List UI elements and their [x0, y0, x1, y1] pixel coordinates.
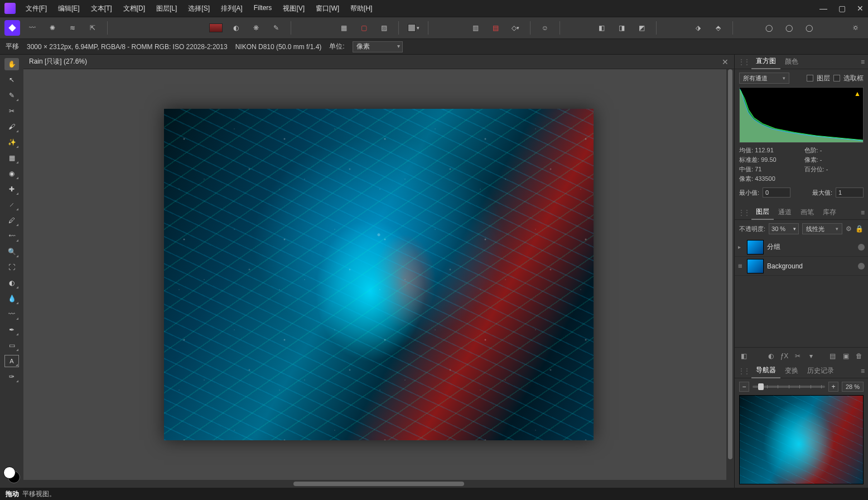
blur-tool[interactable]: 💧	[4, 292, 19, 305]
arrange-btn-3[interactable]: ◇▾	[508, 20, 523, 36]
assistant-button[interactable]: ☺	[537, 20, 553, 36]
marquee-tool[interactable]: ▦	[4, 152, 19, 164]
layer-row[interactable]: ▩ Background	[735, 257, 868, 276]
grip-icon[interactable]: ⋮⋮	[738, 367, 749, 375]
expand-icon[interactable]: ▸	[738, 244, 744, 250]
auto-colors-button[interactable]: ❋	[248, 20, 264, 36]
insert-target-3[interactable]: ◩	[634, 20, 649, 36]
pen-tool[interactable]: ✑	[4, 371, 19, 383]
color-replace-tool[interactable]: ⬳	[4, 230, 19, 242]
min-input[interactable]: 0	[763, 188, 790, 198]
menu-filters[interactable]: Filters	[254, 4, 272, 13]
crop-mask-button[interactable]: ✂	[792, 350, 803, 362]
text-tool[interactable]: A	[4, 355, 19, 367]
selection-none-button[interactable]: ▢	[356, 20, 372, 36]
canvas-area[interactable]	[23, 69, 734, 480]
tab-transform[interactable]: 变换	[780, 364, 803, 378]
clone-tool[interactable]: ⛶	[4, 261, 19, 273]
unit-select[interactable]: 像素	[353, 41, 403, 52]
tab-stock[interactable]: 库存	[818, 205, 841, 220]
hand-tool[interactable]: ✋	[4, 58, 19, 70]
order-back-button[interactable]: ⬗	[690, 20, 706, 36]
healing-brush-tool[interactable]: ✚	[4, 183, 19, 195]
panel-menu-icon[interactable]: ≡	[861, 367, 865, 375]
smudge-tool[interactable]: 〰	[4, 308, 19, 320]
layer-name[interactable]: 分组	[767, 242, 855, 252]
add-layer-button[interactable]: ▤	[827, 350, 838, 362]
order-fwd-button[interactable]: ⬘	[710, 20, 726, 36]
menu-layer[interactable]: 图层[L]	[156, 4, 177, 13]
tab-brushes[interactable]: 画笔	[796, 205, 818, 220]
opacity-input[interactable]: 30 %	[769, 223, 799, 234]
menu-text[interactable]: 文本[T]	[91, 4, 112, 13]
close-document-icon[interactable]: ✕	[722, 57, 729, 66]
mask-button[interactable]: ◧	[738, 350, 749, 362]
navigator-preview[interactable]	[739, 395, 864, 484]
paint-brush-tool[interactable]: 🖊	[4, 214, 19, 227]
tab-channels[interactable]: 通道	[774, 205, 796, 220]
maximize-icon[interactable]: ▢	[838, 4, 846, 13]
develop-persona-button[interactable]: ✺	[45, 20, 60, 36]
visibility-toggle[interactable]	[858, 244, 865, 251]
selection-checkbox[interactable]	[833, 75, 840, 81]
group-button[interactable]: ▣	[840, 350, 851, 362]
color-picker-tool[interactable]: ✎	[4, 89, 19, 102]
horizontal-scrollbar[interactable]	[23, 480, 734, 488]
layer-row[interactable]: ▸ 分组	[735, 238, 868, 257]
zoom-value[interactable]: 28 %	[842, 382, 864, 392]
crop-tool[interactable]: ✂	[4, 105, 19, 117]
visibility-toggle[interactable]	[858, 263, 865, 270]
zoom-tool[interactable]: 🔍	[4, 246, 19, 258]
delete-layer-button[interactable]: 🗑	[853, 350, 865, 362]
panel-menu-icon[interactable]: ≡	[861, 58, 865, 66]
menu-arrange[interactable]: 排列[A]	[221, 4, 243, 13]
menu-edit[interactable]: 编辑[E]	[58, 4, 80, 13]
menu-window[interactable]: 窗口[W]	[316, 4, 339, 13]
vertical-scrollbar[interactable]	[726, 69, 734, 480]
gear-icon[interactable]: ⚙	[846, 225, 852, 233]
swatch-button[interactable]	[208, 20, 224, 36]
flood-select-tool[interactable]: ◉	[4, 167, 19, 180]
eyedropper-tool[interactable]: ✒	[4, 324, 19, 336]
minimize-icon[interactable]: —	[819, 4, 827, 13]
fill-swatch[interactable]: ▾	[406, 20, 421, 36]
tab-navigator[interactable]: 导航器	[751, 364, 780, 378]
panel-menu-icon[interactable]: ≡	[861, 209, 865, 217]
auto-levels-button[interactable]: ◐	[228, 20, 244, 36]
shape-tool[interactable]: ▭	[4, 339, 19, 352]
auto-wb-button[interactable]: ✎	[268, 20, 284, 36]
layer-checkbox[interactable]	[807, 75, 813, 81]
adjustment-button[interactable]: ◐	[765, 350, 777, 362]
arrange-btn-2[interactable]: ▤	[488, 20, 503, 36]
tab-color[interactable]: 颜色	[780, 55, 803, 69]
channel-select[interactable]: 所有通道	[739, 73, 789, 84]
document-tab[interactable]: Rain [只读] (27.6%) ✕	[23, 55, 734, 69]
grip-icon[interactable]: ⋮⋮	[738, 58, 749, 66]
selection-brush-tool[interactable]: 🖌	[4, 121, 19, 133]
add-1-button[interactable]: ◯	[761, 20, 777, 36]
selection-invert-button[interactable]: ▨	[376, 20, 392, 36]
fx-button[interactable]: ƒX	[779, 350, 790, 362]
arrange-btn-1[interactable]: ▥	[467, 20, 483, 36]
dropdown-icon[interactable]: ▾	[806, 350, 817, 362]
magic-wand-tool[interactable]: ✨	[4, 136, 19, 148]
add-3-button[interactable]: ◯	[801, 20, 817, 36]
add-2-button[interactable]: ◯	[781, 20, 797, 36]
layer-name[interactable]: Background	[767, 262, 855, 270]
insert-target-1[interactable]: ◧	[594, 20, 609, 36]
tab-layers[interactable]: 图层	[751, 205, 774, 220]
max-input[interactable]: 1	[836, 188, 864, 198]
menu-document[interactable]: 文档[D]	[123, 4, 145, 13]
zoom-slider[interactable]	[753, 386, 825, 388]
selection-all-button[interactable]: ▦	[336, 20, 351, 36]
zoom-in-button[interactable]: +	[828, 382, 838, 392]
move-tool[interactable]: ↖	[4, 74, 19, 86]
close-icon[interactable]: ✕	[857, 4, 864, 13]
grip-icon[interactable]: ⋮⋮	[738, 209, 749, 217]
dodge-tool[interactable]: ◐	[4, 277, 19, 289]
lock-icon[interactable]: 🔒	[855, 225, 864, 233]
menu-view[interactable]: 视图[V]	[283, 4, 305, 13]
tonemap-persona-button[interactable]: ≋	[65, 20, 80, 36]
menu-help[interactable]: 帮助[H]	[350, 4, 372, 13]
export-persona-button[interactable]: ⇱	[85, 20, 100, 36]
